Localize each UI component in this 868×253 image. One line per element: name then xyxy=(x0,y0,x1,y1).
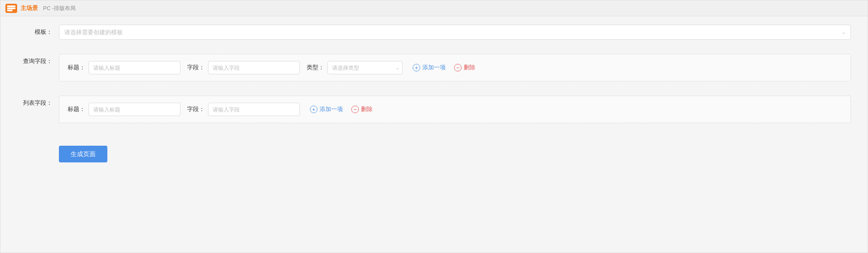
list-field-content: 标题： 字段： + 添加一项 − 删除 xyxy=(59,96,851,123)
title-separator: PC -排版布局 xyxy=(43,5,76,12)
list-add-button[interactable]: + 添加一项 xyxy=(310,106,343,113)
list-title-item: 标题： xyxy=(68,103,180,116)
list-field-group: 标题： 字段： + 添加一项 − 删除 xyxy=(59,96,851,123)
query-add-icon: + xyxy=(413,64,420,71)
list-title-input[interactable] xyxy=(89,103,180,116)
list-field-input[interactable] xyxy=(208,103,300,116)
list-field-row: 列表字段： 标题： 字段： + 添加一项 xyxy=(17,96,851,123)
template-select-wrapper: 请选择需要创建的模板 ⌄ xyxy=(59,25,851,40)
template-label: 模板： xyxy=(17,25,59,39)
svg-rect-1 xyxy=(7,8,15,9)
query-title-label: 标题： xyxy=(68,64,85,71)
template-select-container: 请选择需要创建的模板 ⌄ xyxy=(59,25,851,40)
query-field-label: 查询字段： xyxy=(17,54,59,68)
query-delete-icon: − xyxy=(454,64,462,71)
template-row: 模板： 请选择需要创建的模板 ⌄ xyxy=(17,25,851,40)
list-delete-icon: − xyxy=(351,106,359,113)
query-field-label2: 字段： xyxy=(187,64,205,71)
list-actions: + 添加一项 − 删除 xyxy=(310,106,373,113)
query-type-item: 类型： 请选择类型 ⌄ xyxy=(307,61,403,74)
main-window: 主场景 PC -排版布局 模板： 请选择需要创建的模板 ⌄ 查询字段： xyxy=(0,0,868,253)
query-field-item: 字段： xyxy=(187,61,300,74)
title-bar: 主场景 PC -排版布局 xyxy=(0,0,868,16)
query-type-label: 类型： xyxy=(307,64,324,71)
list-field-label2: 字段： xyxy=(187,106,205,113)
query-field-row: 查询字段： 标题： 字段： 类型： 请选择类型 xyxy=(17,54,851,81)
list-field-item: 字段： xyxy=(187,103,300,116)
query-title-item: 标题： xyxy=(68,61,180,74)
query-delete-label: 删除 xyxy=(464,64,475,71)
query-field-input[interactable] xyxy=(208,61,300,74)
app-name: 主场景 xyxy=(20,5,38,12)
query-field-content: 标题： 字段： 类型： 请选择类型 ⌄ xyxy=(59,54,851,81)
query-add-label: 添加一项 xyxy=(422,64,446,71)
generate-button[interactable]: 生成页面 xyxy=(59,146,107,162)
list-add-icon: + xyxy=(310,106,317,113)
list-title-label: 标题： xyxy=(68,106,85,113)
query-title-input[interactable] xyxy=(89,61,180,74)
query-delete-button[interactable]: − 删除 xyxy=(454,64,475,71)
query-type-select-wrapper: 请选择类型 ⌄ xyxy=(327,61,403,74)
list-delete-label: 删除 xyxy=(361,106,373,113)
generate-row: 生成页面 xyxy=(17,142,851,162)
query-field-group: 标题： 字段： 类型： 请选择类型 ⌄ xyxy=(59,54,851,81)
query-actions: + 添加一项 − 删除 xyxy=(413,64,475,71)
query-add-button[interactable]: + 添加一项 xyxy=(413,64,446,71)
app-logo xyxy=(5,4,17,13)
template-select[interactable]: 请选择需要创建的模板 xyxy=(59,25,851,40)
svg-rect-0 xyxy=(7,5,15,7)
content-area: 模板： 请选择需要创建的模板 ⌄ 查询字段： 标题： xyxy=(0,16,868,253)
list-add-label: 添加一项 xyxy=(320,106,343,113)
list-field-label: 列表字段： xyxy=(17,96,59,110)
list-delete-button[interactable]: − 删除 xyxy=(351,106,373,113)
query-type-select[interactable]: 请选择类型 xyxy=(327,61,403,74)
svg-rect-2 xyxy=(7,10,13,11)
